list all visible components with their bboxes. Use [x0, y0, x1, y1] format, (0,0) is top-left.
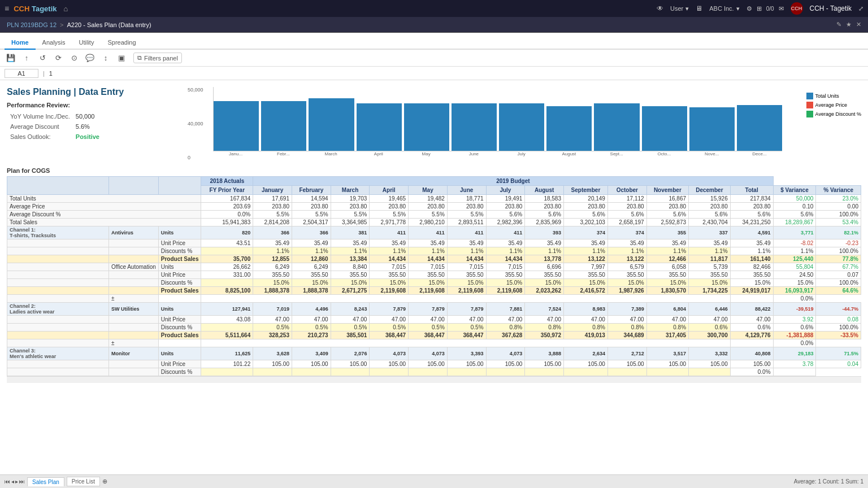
bar-chart: 50,000 40,000 0 [188, 87, 861, 160]
nav-last-sheet[interactable]: ⏭ [19, 478, 25, 485]
table-row: Total Sales 15,941,383 2,814,208 2,504,3… [7, 219, 861, 226]
cell: 1,888,378 [253, 287, 292, 295]
image-button[interactable]: ▣ [115, 52, 128, 64]
add-sheet-button[interactable]: ⊕ [102, 478, 107, 485]
cell: 3.78 [773, 360, 816, 368]
cell: 47.00 [525, 316, 564, 324]
cell: 0.8% [563, 324, 607, 332]
legend-label-units: Total Units [815, 93, 839, 99]
cell: 355.50 [370, 271, 409, 279]
sheet-tab-price-list[interactable]: Price List [67, 477, 100, 486]
cell [7, 255, 109, 263]
sheet-tab-sales-plan[interactable]: Sales Plan [27, 477, 64, 486]
star-icon[interactable]: ★ [846, 21, 852, 28]
monitor-icon[interactable]: 🖥 [696, 5, 702, 12]
user-menu[interactable]: User ▾ [670, 5, 689, 12]
cell: 15.0% [292, 279, 331, 287]
company-menu[interactable]: ABC Inc. ▾ [709, 5, 739, 12]
cell: 47.00 [730, 316, 773, 324]
tab-utility[interactable]: Utility [72, 36, 101, 50]
tab-home[interactable]: Home [5, 36, 36, 50]
cell: 393 [525, 226, 564, 239]
close-icon[interactable]: ✕ [856, 21, 861, 28]
bar-dec [737, 105, 782, 151]
cell: 0.8% [646, 324, 688, 332]
cell: 29,183 [773, 347, 816, 360]
bars-container [213, 87, 782, 151]
tab-analysis[interactable]: Analysis [36, 36, 72, 50]
save-button[interactable]: 💾 [5, 52, 17, 64]
cell: 5.5% [331, 211, 370, 219]
nav-first-sheet[interactable]: ⏮ [5, 478, 10, 485]
settings-icon[interactable]: ⚙ [747, 5, 752, 12]
cell: Unit Price [158, 360, 201, 368]
cell: 3,517 [646, 347, 688, 360]
refresh-button[interactable]: ⟳ [52, 52, 64, 64]
cell: 3,364,985 [331, 219, 370, 226]
table-row: Channel 3:Men's athletic wear Monitor Un… [7, 347, 861, 360]
breadcrumb-plan-link[interactable]: PLN 2019BDG 12 [7, 21, 57, 28]
cell: 82,466 [730, 263, 773, 271]
cell-value[interactable]: 1 [49, 70, 53, 77]
xlabel-jun: June [451, 151, 496, 160]
filters-panel-button[interactable]: ⧉ Filters panel [133, 53, 182, 63]
expand-btn-1[interactable]: ± [109, 295, 159, 303]
table-row: Discounts % 15.0% 15.0% 15.0% 15.0% 15.0… [7, 279, 861, 287]
cell [370, 368, 409, 376]
export-button[interactable]: ↑ [20, 52, 33, 64]
cell: 24.50 [773, 271, 816, 279]
cell [158, 295, 201, 303]
menu-icon[interactable]: ≡ [5, 4, 9, 13]
grid-icon[interactable]: ⊞ [757, 5, 762, 12]
undo-button[interactable]: ↺ [36, 52, 49, 64]
comment-button[interactable]: 💬 [84, 52, 96, 64]
cell [201, 339, 730, 347]
cell: 47.00 [370, 316, 409, 324]
bar-jan [214, 101, 259, 151]
expand-icon[interactable]: ⤢ [858, 5, 863, 12]
cell: 105.00 [331, 360, 370, 368]
copy-button[interactable]: ⊙ [68, 52, 80, 64]
cell [109, 279, 159, 287]
workflow-button[interactable]: ↕ [99, 52, 112, 64]
cell: 355.50 [525, 271, 564, 279]
cell: 100.0% [816, 324, 861, 332]
cell: 6,249 [292, 263, 331, 271]
cell: 15.0% [409, 279, 448, 287]
table-row: Product Sales 5,511,664 328,253 210,273 … [7, 332, 861, 339]
legend-label-price: Average Price [815, 102, 847, 108]
channel1-label: Channel 1:T-shirts, Tracksuits [7, 226, 109, 239]
cell: 47.00 [409, 316, 448, 324]
cell: 0.0% [730, 368, 773, 376]
xlabel-nov: Nove... [689, 151, 735, 160]
expand-btn-2[interactable]: ± [109, 339, 159, 347]
horizontal-scrollbar[interactable] [7, 376, 861, 383]
home-icon[interactable]: ⌂ [64, 5, 68, 13]
channel2-subtype: SW Utilities [109, 303, 159, 316]
sheet-area: Sales Planning | Data Entry Performance … [0, 80, 868, 474]
table-row: Office Automation Units 26,662 6,249 6,2… [7, 263, 861, 271]
cell [292, 368, 331, 376]
cell-reference[interactable]: A1 [5, 69, 38, 78]
cell: 366 [253, 226, 292, 239]
tab-spreading[interactable]: Spreading [101, 36, 142, 50]
cell [7, 263, 109, 271]
table-row: Unit Price 43.08 47.00 47.00 47.00 47.00… [7, 316, 861, 324]
filters-label: Filters panel [144, 55, 178, 62]
bar-apr [357, 103, 402, 151]
row-label-total-units: Total Units [7, 195, 201, 203]
nav-prev-sheet[interactable]: ◂ [11, 478, 14, 485]
cell: 2,982,396 [486, 219, 525, 226]
cell: 167,834 [201, 195, 253, 203]
pin-icon[interactable]: ✎ [836, 21, 841, 28]
cell: 13,384 [331, 255, 370, 263]
formula-separator: | [43, 70, 45, 77]
cell: 35.49 [409, 239, 448, 247]
mail-icon[interactable]: ✉ [779, 5, 784, 12]
cell: 105.00 [646, 360, 688, 368]
cell [109, 368, 159, 376]
visibility-icon[interactable]: 👁 [657, 5, 663, 12]
bar-sep [594, 103, 639, 151]
nav-next-sheet[interactable]: ▸ [15, 478, 18, 485]
y-label-zero: 0 [188, 155, 213, 160]
